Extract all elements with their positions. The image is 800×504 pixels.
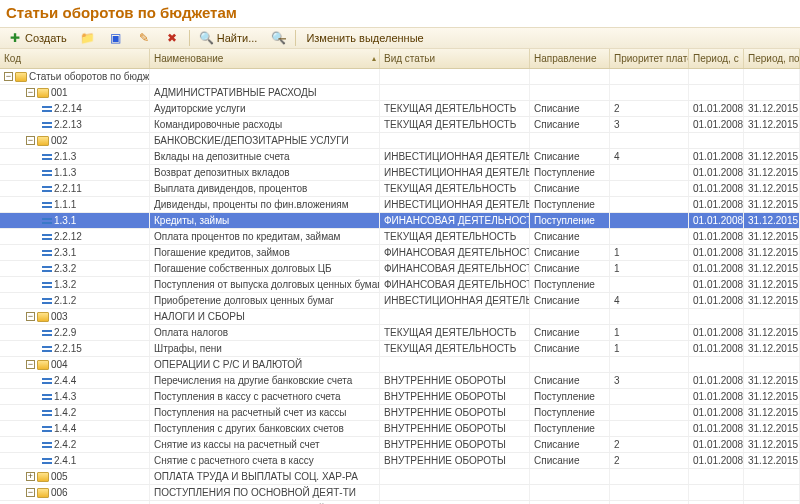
tree-leaf-row[interactable]: 2.3.2Погашение собственных долговых ЦБФИ… [0,261,800,277]
toolbar: ✚ Создать 📁 ▣ ✎ ✖ 🔍 Найти... 🔍̶ Изменить… [0,27,800,49]
to-cell: 31.12.2015 [744,213,800,228]
tree-leaf-row[interactable]: 2.1.2Приобретение долговых ценных бумагИ… [0,293,800,309]
tree-leaf-row[interactable]: 2.4.2Снятие из кассы на расчетный счетВН… [0,437,800,453]
from-cell: 01.01.2008 [689,149,744,164]
dir-cell: Поступление [530,421,610,436]
delete-icon: ✖ [165,31,179,45]
collapse-icon[interactable]: − [26,88,35,97]
find-button[interactable]: 🔍 Найти... [196,29,262,47]
tree-group-row[interactable]: −004ОПЕРАЦИИ С Р/С И ВАЛЮТОЙ [0,357,800,373]
tree-group-row[interactable]: −002БАНКОВСКИЕ/ДЕПОЗИТАРНЫЕ УСЛУГИ [0,133,800,149]
tree-leaf-row[interactable]: 2.2.15Штрафы, пениТЕКУЩАЯ ДЕЯТЕЛЬНОСТЬСп… [0,341,800,357]
from-cell [689,85,744,100]
prio-cell [610,389,689,404]
name-cell: Поступления с других банковских счетов [150,421,380,436]
col-code[interactable]: Код [0,49,150,68]
dir-cell: Поступление [530,213,610,228]
sort-asc-icon: ▴ [372,54,376,63]
prio-cell: 1 [610,261,689,276]
col-dir[interactable]: Направление [530,49,610,68]
prio-cell: 1 [610,341,689,356]
type-cell: ВНУТРЕННИЕ ОБОРОТЫ [380,373,530,388]
tree-leaf-row[interactable]: 2.1.3Вклады на депозитные счетаИНВЕСТИЦИ… [0,149,800,165]
code-text: 2.4.1 [54,455,76,466]
copy-button[interactable]: ▣ [105,29,127,47]
tree-leaf-row[interactable]: 1.1.3Возврат депозитных вкладовИНВЕСТИЦИ… [0,165,800,181]
tree-leaf-row[interactable]: 1.4.4Поступления с других банковских сче… [0,421,800,437]
to-cell: 31.12.2015 [744,341,800,356]
tree-group-row[interactable]: +005ОПЛАТА ТРУДА И ВЫПЛАТЫ СОЦ. ХАР-РА [0,469,800,485]
type-cell: ИНВЕСТИЦИОННАЯ ДЕЯТЕЛЬНОСТЬ [380,149,530,164]
delete-button[interactable]: ✖ [161,29,183,47]
tree-group-row[interactable]: −006ПОСТУПЛЕНИЯ ПО ОСНОВНОЙ ДЕЯТ-ТИ [0,485,800,501]
type-cell: ВНУТРЕННИЕ ОБОРОТЫ [380,421,530,436]
col-prio[interactable]: Приоритет платежа [610,49,689,68]
from-cell: 01.01.2008 [689,293,744,308]
col-from[interactable]: Период, с [689,49,744,68]
tree-leaf-row[interactable]: 1.4.3Поступления в кассу с расчетного сч… [0,389,800,405]
code-text: 2.3.2 [54,263,76,274]
dir-cell: Списание [530,261,610,276]
edit-button[interactable]: ✎ [133,29,155,47]
folder-icon [37,488,49,498]
dir-cell [530,133,610,148]
col-to[interactable]: Период, по [744,49,800,68]
item-icon [42,234,52,240]
collapse-icon[interactable]: − [26,312,35,321]
folder-icon [37,88,49,98]
prio-cell: 3 [610,373,689,388]
collapse-icon[interactable]: − [4,72,13,81]
to-cell [744,357,800,372]
item-icon [42,330,52,336]
tree-leaf-row[interactable]: 1.3.1Кредиты, займыФИНАНСОВАЯ ДЕЯТЕЛЬНОС… [0,213,800,229]
collapse-icon[interactable]: − [26,136,35,145]
tree-leaf-row[interactable]: 1.1.1Дивиденды, проценты по фин.вложения… [0,197,800,213]
dir-cell: Списание [530,325,610,340]
name-cell: Командировочные расходы [150,117,380,132]
col-type[interactable]: Вид статьи [380,49,530,68]
separator [189,30,190,46]
edit-selected-button[interactable]: Изменить выделенные [302,29,427,47]
tree-group-row[interactable]: −003НАЛОГИ И СБОРЫ [0,309,800,325]
item-icon [42,106,52,112]
dir-cell: Списание [530,149,610,164]
tree-leaf-row[interactable]: 2.2.12Оплата процентов по кредитам, займ… [0,229,800,245]
root-label: Статьи оборотов по бюджетам [29,71,150,82]
collapse-icon[interactable]: − [26,360,35,369]
tree-leaf-row[interactable]: 2.2.11Выплата дивидендов, процентовТЕКУЩ… [0,181,800,197]
new-folder-button[interactable]: 📁 [77,29,99,47]
create-button[interactable]: ✚ Создать [4,29,71,47]
tree-leaf-row[interactable]: 2.3.1Погашение кредитов, займовФИНАНСОВА… [0,245,800,261]
dir-cell: Списание [530,341,610,356]
name-cell: Погашение собственных долговых ЦБ [150,261,380,276]
dir-cell: Поступление [530,405,610,420]
prio-cell [610,197,689,212]
col-name[interactable]: Наименование▴ [150,49,380,68]
collapse-icon[interactable]: − [26,488,35,497]
tree-group-row[interactable]: −001АДМИНИСТРАТИВНЫЕ РАСХОДЫ [0,85,800,101]
from-cell: 01.01.2008 [689,437,744,452]
tree-leaf-row[interactable]: 2.4.4Перечисления на другие банковские с… [0,373,800,389]
tree-leaf-row[interactable]: 2.4.1Снятие с расчетного счета в кассуВН… [0,453,800,469]
prio-cell: 2 [610,101,689,116]
from-cell [689,485,744,500]
expand-icon[interactable]: + [26,472,35,481]
clear-find-button[interactable]: 🔍̶ [267,29,289,47]
tree-leaf-row[interactable]: 1.3.2Поступления от выпуска долговых цен… [0,277,800,293]
tree-leaf-row[interactable]: 1.4.2Поступления на расчетный счет из ка… [0,405,800,421]
prio-cell [610,357,689,372]
name-cell: Аудиторские услуги [150,101,380,116]
from-cell: 01.01.2008 [689,341,744,356]
separator [295,30,296,46]
to-cell: 31.12.2015 [744,117,800,132]
tree-leaf-row[interactable]: 2.2.14Аудиторские услугиТЕКУЩАЯ ДЕЯТЕЛЬН… [0,101,800,117]
tree-leaf-row[interactable]: 2.2.13Командировочные расходыТЕКУЩАЯ ДЕЯ… [0,117,800,133]
name-cell: ОПЕРАЦИИ С Р/С И ВАЛЮТОЙ [150,357,380,372]
folder-icon [37,312,49,322]
to-cell: 31.12.2015 [744,453,800,468]
tree-root-row[interactable]: − Статьи оборотов по бюджетам [0,69,800,85]
to-cell: 31.12.2015 [744,389,800,404]
name-cell: Оплата процентов по кредитам, займам [150,229,380,244]
tree-leaf-row[interactable]: 2.2.9Оплата налоговТЕКУЩАЯ ДЕЯТЕЛЬНОСТЬС… [0,325,800,341]
name-cell: Приобретение долговых ценных бумаг [150,293,380,308]
